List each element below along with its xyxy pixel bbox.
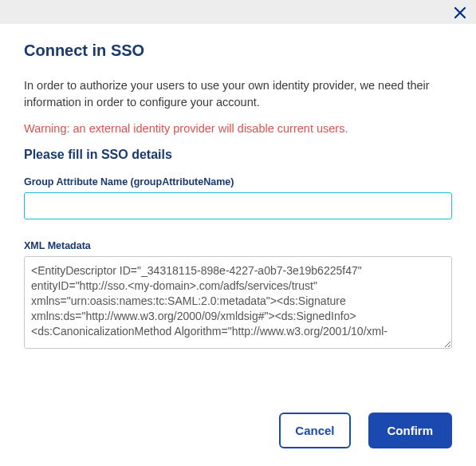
dialog-warning-text: Warning: an external identity provider w…: [24, 122, 452, 135]
sso-connect-dialog: Connect in SSO In order to authorize you…: [0, 0, 476, 466]
confirm-button[interactable]: Confirm: [368, 413, 453, 448]
group-attribute-input[interactable]: [24, 192, 452, 219]
dialog-title: Connect in SSO: [24, 41, 452, 60]
group-attribute-label: Group Attribute Name (groupAttributeName…: [24, 176, 452, 188]
xml-metadata-label: XML Metadata: [24, 240, 452, 251]
close-button[interactable]: [449, 2, 471, 24]
cancel-button[interactable]: Cancel: [279, 413, 350, 448]
dialog-subheading: Please fill in SSO details: [24, 148, 452, 162]
dialog-footer: Cancel Confirm: [0, 395, 476, 466]
dialog-intro-text: In order to authorize your users to use …: [24, 77, 452, 111]
close-icon: [454, 6, 466, 19]
xml-metadata-textarea[interactable]: [24, 256, 452, 349]
dialog-content: Connect in SSO In order to authorize you…: [0, 24, 476, 395]
dialog-titlebar: [0, 0, 476, 24]
